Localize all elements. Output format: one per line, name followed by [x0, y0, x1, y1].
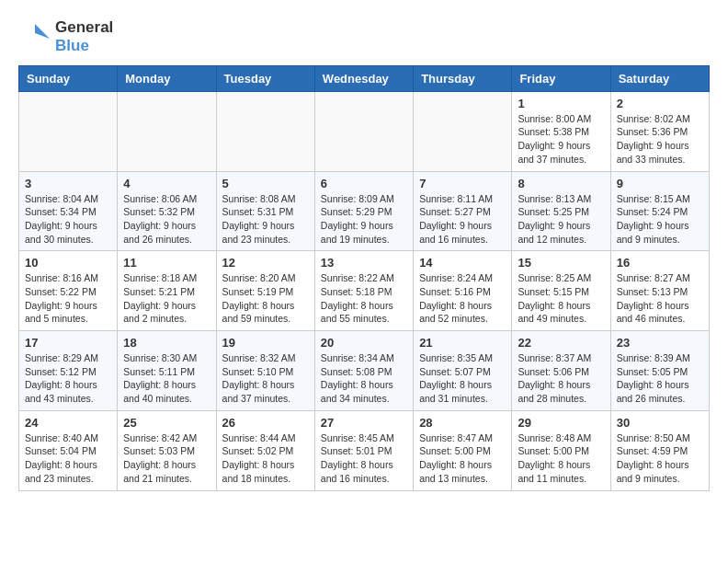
day-number: 12 — [222, 256, 309, 270]
calendar-cell: 28Sunrise: 8:47 AM Sunset: 5:00 PM Dayli… — [414, 410, 512, 490]
day-info: Sunrise: 8:34 AM Sunset: 5:08 PM Dayligh… — [321, 351, 407, 406]
weekday-header-monday: Monday — [118, 65, 216, 91]
calendar-cell — [414, 91, 512, 171]
day-info: Sunrise: 8:24 AM Sunset: 5:16 PM Dayligh… — [419, 271, 506, 326]
calendar-cell: 5Sunrise: 8:08 AM Sunset: 5:31 PM Daylig… — [216, 171, 314, 251]
day-info: Sunrise: 8:32 AM Sunset: 5:10 PM Dayligh… — [222, 351, 309, 406]
day-info: Sunrise: 8:22 AM Sunset: 5:18 PM Dayligh… — [321, 271, 407, 326]
day-info: Sunrise: 8:02 AM Sunset: 5:36 PM Dayligh… — [617, 112, 703, 167]
calendar-week-row: 1Sunrise: 8:00 AM Sunset: 5:38 PM Daylig… — [19, 91, 710, 171]
day-number: 24 — [25, 416, 111, 430]
weekday-header-sunday: Sunday — [19, 65, 118, 91]
day-number: 18 — [123, 336, 210, 350]
day-info: Sunrise: 8:35 AM Sunset: 5:07 PM Dayligh… — [419, 351, 506, 406]
calendar-week-row: 17Sunrise: 8:29 AM Sunset: 5:12 PM Dayli… — [19, 331, 710, 411]
day-info: Sunrise: 8:25 AM Sunset: 5:15 PM Dayligh… — [518, 271, 604, 326]
day-number: 14 — [419, 256, 506, 270]
day-info: Sunrise: 8:39 AM Sunset: 5:05 PM Dayligh… — [617, 351, 703, 406]
weekday-header-thursday: Thursday — [414, 65, 512, 91]
day-number: 28 — [419, 416, 506, 430]
day-number: 26 — [222, 416, 309, 430]
calendar-week-row: 24Sunrise: 8:40 AM Sunset: 5:04 PM Dayli… — [19, 410, 710, 490]
day-number: 8 — [518, 177, 604, 190]
day-number: 23 — [617, 336, 703, 350]
day-info: Sunrise: 8:30 AM Sunset: 5:11 PM Dayligh… — [123, 351, 210, 406]
calendar-cell: 17Sunrise: 8:29 AM Sunset: 5:12 PM Dayli… — [19, 331, 118, 411]
day-info: Sunrise: 8:37 AM Sunset: 5:06 PM Dayligh… — [518, 351, 604, 406]
calendar-cell: 12Sunrise: 8:20 AM Sunset: 5:19 PM Dayli… — [216, 251, 314, 331]
calendar-table: SundayMondayTuesdayWednesdayThursdayFrid… — [18, 65, 710, 491]
day-number: 19 — [222, 336, 309, 350]
day-info: Sunrise: 8:20 AM Sunset: 5:19 PM Dayligh… — [222, 271, 309, 326]
calendar-cell: 7Sunrise: 8:11 AM Sunset: 5:27 PM Daylig… — [414, 171, 512, 251]
weekday-header-row: SundayMondayTuesdayWednesdayThursdayFrid… — [19, 65, 710, 91]
day-number: 10 — [25, 256, 111, 270]
calendar-cell: 3Sunrise: 8:04 AM Sunset: 5:34 PM Daylig… — [19, 171, 118, 251]
day-info: Sunrise: 8:06 AM Sunset: 5:32 PM Dayligh… — [123, 192, 210, 247]
weekday-header-saturday: Saturday — [610, 65, 709, 91]
calendar-cell: 29Sunrise: 8:48 AM Sunset: 5:00 PM Dayli… — [512, 410, 610, 490]
calendar-cell: 22Sunrise: 8:37 AM Sunset: 5:06 PM Dayli… — [512, 331, 610, 411]
svg-marker-0 — [35, 24, 50, 39]
day-info: Sunrise: 8:04 AM Sunset: 5:34 PM Dayligh… — [25, 192, 111, 247]
calendar-cell: 20Sunrise: 8:34 AM Sunset: 5:08 PM Dayli… — [314, 331, 413, 411]
day-number: 5 — [222, 177, 309, 190]
day-info: Sunrise: 8:47 AM Sunset: 5:00 PM Dayligh… — [419, 431, 506, 486]
day-number: 13 — [321, 256, 407, 270]
day-info: Sunrise: 8:29 AM Sunset: 5:12 PM Dayligh… — [25, 351, 111, 406]
day-number: 29 — [518, 416, 604, 430]
day-number: 11 — [123, 256, 210, 270]
logo: GeneralBlue — [18, 18, 113, 56]
day-info: Sunrise: 8:15 AM Sunset: 5:24 PM Dayligh… — [617, 192, 703, 247]
calendar-week-row: 10Sunrise: 8:16 AM Sunset: 5:22 PM Dayli… — [19, 251, 710, 331]
day-info: Sunrise: 8:40 AM Sunset: 5:04 PM Dayligh… — [25, 431, 111, 486]
day-number: 7 — [419, 177, 506, 190]
page-header: GeneralBlue — [18, 18, 710, 56]
day-number: 9 — [617, 177, 703, 190]
day-number: 21 — [419, 336, 506, 350]
day-info: Sunrise: 8:18 AM Sunset: 5:21 PM Dayligh… — [123, 271, 210, 326]
day-info: Sunrise: 8:45 AM Sunset: 5:01 PM Dayligh… — [321, 431, 407, 486]
day-info: Sunrise: 8:27 AM Sunset: 5:13 PM Dayligh… — [617, 271, 703, 326]
calendar-cell: 14Sunrise: 8:24 AM Sunset: 5:16 PM Dayli… — [414, 251, 512, 331]
logo-blue-text: Blue — [55, 37, 113, 55]
calendar-cell — [314, 91, 413, 171]
weekday-header-wednesday: Wednesday — [314, 65, 413, 91]
day-number: 17 — [25, 336, 111, 350]
day-number: 4 — [123, 177, 210, 190]
calendar-cell: 18Sunrise: 8:30 AM Sunset: 5:11 PM Dayli… — [118, 331, 216, 411]
day-number: 2 — [617, 97, 703, 110]
day-info: Sunrise: 8:09 AM Sunset: 5:29 PM Dayligh… — [321, 192, 407, 247]
calendar-cell: 1Sunrise: 8:00 AM Sunset: 5:38 PM Daylig… — [512, 91, 610, 171]
calendar-cell: 19Sunrise: 8:32 AM Sunset: 5:10 PM Dayli… — [216, 331, 314, 411]
calendar-cell: 26Sunrise: 8:44 AM Sunset: 5:02 PM Dayli… — [216, 410, 314, 490]
day-info: Sunrise: 8:11 AM Sunset: 5:27 PM Dayligh… — [419, 192, 506, 247]
calendar-cell: 16Sunrise: 8:27 AM Sunset: 5:13 PM Dayli… — [610, 251, 709, 331]
day-info: Sunrise: 8:08 AM Sunset: 5:31 PM Dayligh… — [222, 192, 309, 247]
weekday-header-tuesday: Tuesday — [216, 65, 314, 91]
weekday-header-friday: Friday — [512, 65, 610, 91]
calendar-cell: 24Sunrise: 8:40 AM Sunset: 5:04 PM Dayli… — [19, 410, 118, 490]
calendar-cell: 21Sunrise: 8:35 AM Sunset: 5:07 PM Dayli… — [414, 331, 512, 411]
calendar-cell: 11Sunrise: 8:18 AM Sunset: 5:21 PM Dayli… — [118, 251, 216, 331]
calendar-cell: 2Sunrise: 8:02 AM Sunset: 5:36 PM Daylig… — [610, 91, 709, 171]
day-number: 27 — [321, 416, 407, 430]
day-number: 20 — [321, 336, 407, 350]
calendar-cell: 8Sunrise: 8:13 AM Sunset: 5:25 PM Daylig… — [512, 171, 610, 251]
day-info: Sunrise: 8:48 AM Sunset: 5:00 PM Dayligh… — [518, 431, 604, 486]
day-number: 22 — [518, 336, 604, 350]
calendar-cell: 27Sunrise: 8:45 AM Sunset: 5:01 PM Dayli… — [314, 410, 413, 490]
calendar-cell: 25Sunrise: 8:42 AM Sunset: 5:03 PM Dayli… — [118, 410, 216, 490]
day-info: Sunrise: 8:00 AM Sunset: 5:38 PM Dayligh… — [518, 112, 604, 167]
calendar-cell: 23Sunrise: 8:39 AM Sunset: 5:05 PM Dayli… — [610, 331, 709, 411]
calendar-cell: 6Sunrise: 8:09 AM Sunset: 5:29 PM Daylig… — [314, 171, 413, 251]
calendar-cell: 4Sunrise: 8:06 AM Sunset: 5:32 PM Daylig… — [118, 171, 216, 251]
day-info: Sunrise: 8:16 AM Sunset: 5:22 PM Dayligh… — [25, 271, 111, 326]
calendar-cell — [19, 91, 118, 171]
day-number: 3 — [25, 177, 111, 190]
day-info: Sunrise: 8:44 AM Sunset: 5:02 PM Dayligh… — [222, 431, 309, 486]
day-info: Sunrise: 8:13 AM Sunset: 5:25 PM Dayligh… — [518, 192, 604, 247]
day-number: 6 — [321, 177, 407, 190]
calendar-cell: 15Sunrise: 8:25 AM Sunset: 5:15 PM Dayli… — [512, 251, 610, 331]
day-number: 1 — [518, 97, 604, 110]
